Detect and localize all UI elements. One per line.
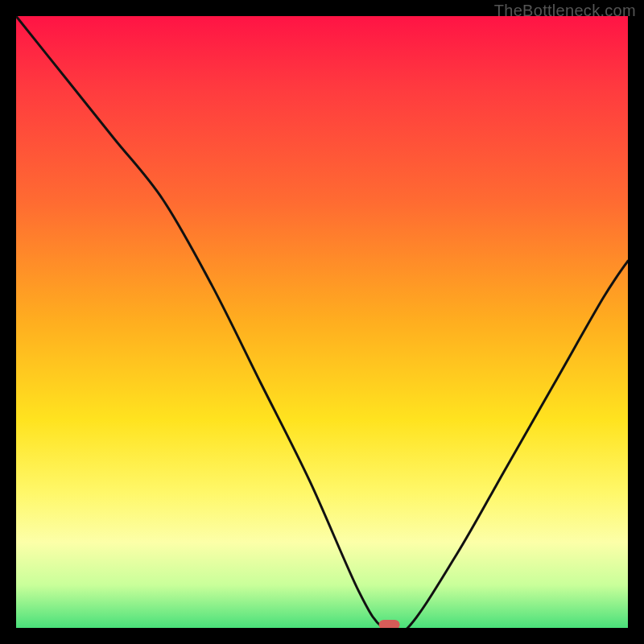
watermark-text: TheBottleneck.com: [494, 2, 636, 20]
bottleneck-curve: [16, 16, 628, 628]
optimal-marker: [379, 620, 400, 628]
chart-frame: TheBottleneck.com: [0, 0, 644, 644]
plot-area: [16, 16, 628, 628]
curve-svg: [16, 16, 628, 628]
